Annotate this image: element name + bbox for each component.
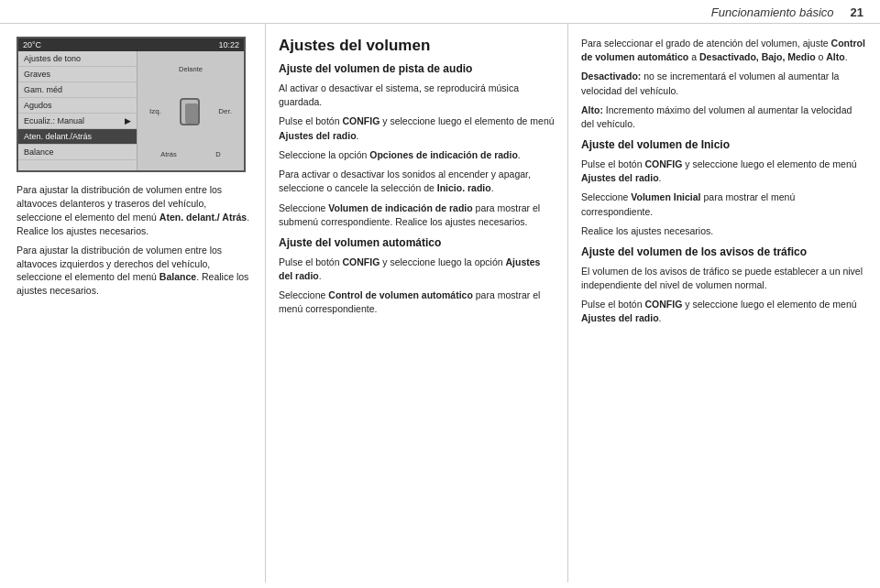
right-sub2-p1: El volumen de los avisos de tráfico se p… — [581, 265, 867, 292]
page-header: Funcionamiento básico 21 — [0, 0, 880, 24]
center-sub1-p5: Seleccione Volumen de indicación de radi… — [279, 201, 555, 229]
screen-time: 10:22 — [218, 40, 239, 49]
speaker-icon — [180, 98, 200, 125]
header-title: Funcionamiento básico — [711, 5, 834, 19]
center-sub2-p2: Seleccione Control de volumen automático… — [279, 289, 555, 316]
center-sub1-title: Ajuste del volumen de pista de audio — [279, 62, 555, 77]
main-content: 20°C 10:22 Ajustes de tono Graves Gam. m… — [0, 24, 880, 583]
right-sub2-p2: Pulse el botón CONFIG y seleccione luego… — [581, 298, 867, 325]
menu-item-graves: Graves — [18, 67, 137, 82]
screen-image: 20°C 10:22 Ajustes de tono Graves Gam. m… — [16, 37, 246, 172]
izq-label: Izq. — [149, 107, 161, 115]
right-intro-p1: Para seleccionar el grado de atención de… — [581, 37, 867, 64]
screen-temp: 20°C — [23, 40, 41, 49]
left-column: 20°C 10:22 Ajustes de tono Graves Gam. m… — [0, 24, 266, 583]
right-sub2-title: Ajuste del volumen de los avisos de tráf… — [581, 245, 867, 260]
right-sub1-title: Ajuste del volumen de Inicio — [581, 138, 867, 153]
screen-bottom-row: Atrás D — [141, 150, 240, 158]
der-label: Der. — [218, 107, 232, 115]
center-sub2-title: Ajuste del volumen automático — [279, 236, 555, 251]
screen-top-bar: 20°C 10:22 — [18, 38, 244, 51]
center-sub1-p4: Para activar o desactivar los sonidos al… — [279, 168, 555, 195]
menu-item-agudos: Agudos — [18, 98, 137, 114]
menu-item-balance: Balance — [18, 145, 137, 160]
main-title: Ajustes del volumen — [279, 37, 555, 55]
menu-item-ajustes-tono: Ajustes de tono — [18, 51, 137, 67]
menu-item-aten-delant: Aten. delant./Atrás — [18, 129, 137, 145]
center-sub1-p1: Al activar o desactivar el sistema, se r… — [279, 82, 555, 109]
menu-item-gam-med: Gam. méd — [18, 82, 137, 98]
d-label: D — [215, 150, 220, 158]
right-sub1-p1: Pulse el botón CONFIG y seleccione luego… — [581, 158, 867, 185]
speaker-diagram: Izq. Der. — [149, 98, 232, 125]
page-number: 21 — [851, 5, 864, 19]
right-column: Para seleccionar el grado de atención de… — [568, 24, 880, 583]
screen-right-panel: Delante Izq. Der. Atrás D — [138, 51, 244, 172]
menu-item-ecualiz: Ecualiz.: Manual▶ — [18, 114, 137, 129]
atras-label: Atrás — [160, 150, 177, 158]
left-para-1: Para ajustar la distribución de volumen … — [16, 183, 252, 238]
right-sub1-p3: Realice los ajustes necesarios. — [581, 224, 867, 238]
right-desc-desactivado: Desactivado: no se incrementará el volum… — [581, 70, 867, 97]
center-sub1-p3: Seleccione la opción Opciones de indicac… — [279, 148, 555, 162]
screen-menu: Ajustes de tono Graves Gam. méd Agudos E… — [18, 51, 138, 172]
center-column: Ajustes del volumen Ajuste del volumen d… — [266, 24, 568, 583]
screen-body: Ajustes de tono Graves Gam. méd Agudos E… — [18, 51, 244, 172]
center-sub2-p1: Pulse el botón CONFIG y seleccione luego… — [279, 256, 555, 283]
left-para-2: Para ajustar la distribución de volumen … — [16, 244, 252, 299]
center-sub1-p2: Pulse el botón CONFIG y seleccione luego… — [279, 114, 555, 142]
right-desc-alto: Alto: Incremento máximo del volumen al a… — [581, 103, 867, 131]
right-sub1-p2: Seleccione Volumen Inicial para mostrar … — [581, 191, 867, 218]
front-label: Delante — [179, 65, 203, 73]
